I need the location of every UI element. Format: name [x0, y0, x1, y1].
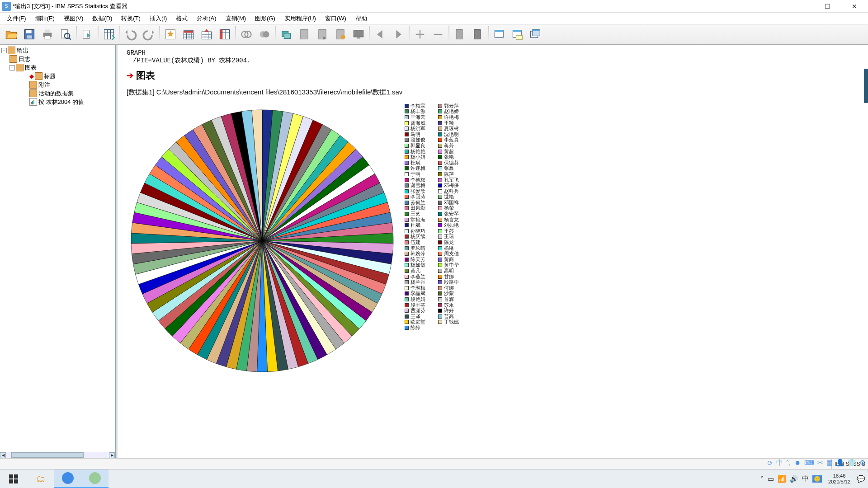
ime-scissors-icon[interactable]: ✂ — [817, 459, 823, 467]
legend-swatch — [438, 121, 442, 125]
ime-grid-icon[interactable]: ▦ — [826, 459, 833, 467]
ime-shirt-icon[interactable]: 👕 — [848, 459, 856, 467]
arrow-right-icon — [392, 28, 405, 41]
svg-rect-38 — [31, 102, 32, 104]
print-button[interactable] — [39, 26, 56, 43]
legend-swatch — [405, 218, 409, 222]
tree-note[interactable]: 附注 — [1, 80, 113, 89]
menu-data[interactable]: 数据(D) — [88, 13, 117, 24]
close-button[interactable]: ✕ — [841, 0, 868, 12]
tray-lang-icon[interactable]: 中 — [802, 474, 809, 483]
heading-button[interactable] — [350, 26, 367, 43]
svg-rect-26 — [354, 30, 363, 37]
stack-button[interactable] — [527, 26, 544, 43]
ime-punct-icon[interactable]: °, — [786, 459, 791, 467]
prev-button[interactable] — [372, 26, 389, 43]
tree-collapse-icon[interactable]: − — [9, 65, 15, 70]
legend-swatch — [405, 240, 409, 244]
ime-cn-icon[interactable]: 中 — [776, 459, 783, 467]
hide-button[interactable] — [296, 26, 313, 43]
book-icon — [453, 28, 466, 41]
legend-item: 陈静 — [405, 325, 425, 331]
scroll-thumb[interactable] — [11, 452, 84, 458]
syntax-line: /PIE=VALUE(农林成绩) BY 农林2004. — [133, 56, 859, 65]
viewer-edge-tab[interactable] — [864, 69, 868, 103]
tray-volume-icon[interactable]: 🔊 — [790, 475, 798, 483]
ime-face-icon[interactable]: ☺ — [766, 459, 773, 467]
split-button[interactable] — [509, 26, 526, 43]
outline-pane[interactable]: − 输出 日志 − 图表 ◆ 标题 附注 — [0, 45, 116, 458]
redo-button[interactable] — [140, 26, 157, 43]
dialog-recall-button[interactable] — [238, 26, 255, 43]
expand-button[interactable] — [411, 26, 429, 43]
save-button[interactable] — [21, 26, 38, 43]
ime-keyboard-icon[interactable]: ⌨ — [804, 459, 814, 467]
legend-swatch — [405, 132, 409, 136]
menu-format[interactable]: 格式 — [171, 13, 192, 24]
tray-notifications-icon[interactable]: 💬 — [857, 475, 865, 483]
go-to-data-button[interactable] — [100, 26, 118, 43]
insert-cases-button[interactable] — [216, 26, 233, 43]
menu-edit[interactable]: 编辑(E) — [31, 13, 59, 24]
tree-chart-group[interactable]: − 图表 — [1, 63, 113, 72]
show-button[interactable] — [314, 26, 331, 43]
variables-button[interactable] — [198, 26, 215, 43]
menu-direct-marketing[interactable]: 直销(M) — [221, 13, 251, 24]
tree-collapse-icon[interactable]: − — [1, 48, 7, 53]
next-button[interactable] — [390, 26, 407, 43]
tree-root-output[interactable]: − 输出 — [1, 46, 113, 55]
book2-button[interactable] — [469, 26, 486, 43]
maximize-button[interactable]: ☐ — [814, 0, 841, 12]
outline-h-scrollbar[interactable]: ◀ ▶ — [0, 452, 115, 458]
task-app2[interactable] — [81, 469, 108, 488]
tray-date: 2020/5/12 — [828, 479, 850, 485]
tray-clock[interactable]: 18:46 2020/5/12 — [826, 473, 853, 484]
print-preview-button[interactable] — [57, 26, 74, 43]
export-button[interactable] — [79, 26, 96, 43]
menu-analyze[interactable]: 分析(A) — [192, 13, 221, 24]
show-all-button[interactable] — [278, 26, 295, 43]
menu-help[interactable]: 帮助 — [351, 13, 372, 24]
tree-title[interactable]: ◆ 标题 — [1, 72, 113, 80]
menu-view[interactable]: 视图(V) — [59, 13, 88, 24]
task-app1[interactable] — [54, 469, 81, 488]
legend-swatch — [405, 166, 409, 170]
viewer-pane[interactable]: GRAPH /PIE=VALUE(农林成绩) BY 农林2004. ➔ 图表 [… — [118, 45, 868, 458]
ime-person-icon[interactable]: 👤 — [836, 459, 844, 467]
legend-swatch — [405, 115, 409, 119]
menu-file[interactable]: 文件(F) — [2, 13, 31, 24]
tray-battery-icon[interactable]: ▭ — [768, 475, 774, 483]
select-last-button[interactable] — [256, 26, 273, 43]
book1-button[interactable] — [451, 26, 468, 43]
tray-ime-icon[interactable]: 🙂 — [812, 475, 822, 483]
scroll-right-icon[interactable]: ▶ — [109, 452, 115, 458]
ime-gear-icon[interactable]: ⚙ — [859, 459, 865, 467]
tree-active-dataset[interactable]: 活动的数据集 — [1, 89, 113, 98]
go-to-case-button[interactable] — [162, 26, 179, 43]
tray-chevron-icon[interactable]: ˄ — [760, 475, 764, 483]
collapse-button[interactable] — [429, 26, 447, 43]
start-button[interactable] — [0, 469, 27, 488]
legend-swatch — [405, 189, 409, 193]
menu-insert[interactable]: 插入(I) — [145, 13, 171, 24]
tree-log[interactable]: 日志 — [1, 55, 113, 63]
designate-window-button[interactable] — [491, 26, 508, 43]
menu-transform[interactable]: 转换(T) — [117, 13, 145, 24]
tray-wifi-icon[interactable]: 📶 — [778, 475, 786, 483]
tree-value-by[interactable]: 按 农林2004 的值 — [1, 98, 113, 106]
svg-rect-31 — [495, 30, 504, 32]
undo-button[interactable] — [122, 26, 139, 43]
menu-graph[interactable]: 图形(G) — [250, 13, 280, 24]
chart-area[interactable]: 李柏霖杨丰源王海云曾海威杨洪军马明段如俊郭显良杨艳艳杨小娟杜斌许迷梅于明李德权谢… — [127, 103, 859, 379]
open-button[interactable] — [3, 26, 20, 43]
task-explorer[interactable]: 🗂 — [27, 469, 54, 488]
minimize-button[interactable]: — — [787, 0, 814, 12]
menu-window[interactable]: 窗口(W) — [321, 13, 351, 24]
ime-smile-icon[interactable]: ☻ — [794, 459, 801, 467]
legend-swatch — [438, 144, 442, 148]
insert-button[interactable] — [332, 26, 349, 43]
go-to-variable-button[interactable] — [180, 26, 197, 43]
scroll-left-icon[interactable]: ◀ — [0, 452, 6, 458]
menu-utilities[interactable]: 实用程序(U) — [280, 13, 321, 24]
ime-toolbar[interactable]: ☺ 中 °, ☻ ⌨ ✂ ▦ 👤 👕 ⚙ — [764, 459, 868, 467]
